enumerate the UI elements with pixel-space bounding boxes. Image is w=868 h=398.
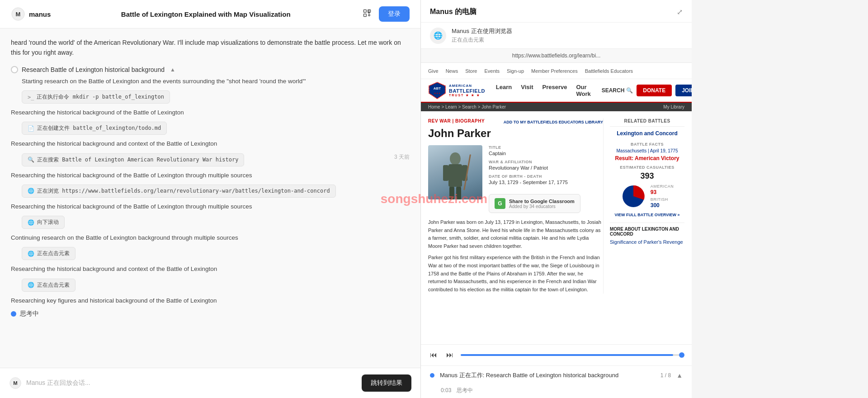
action-tag-3-text: 正在搜索 Battle of Lexington American Revolu…: [37, 156, 238, 164]
search-icon-text: 🔍: [626, 87, 633, 94]
expand-icon[interactable]: ⤢: [677, 8, 683, 16]
action-tag-2-text: 正在创建文件 battle_of_lexington/todo.md: [37, 124, 161, 132]
battle-facts-title: BATTLE FACTS: [610, 142, 684, 147]
nav-educators[interactable]: Battlefields Educators: [585, 68, 633, 74]
action-tag-6: 🌐 正在点击元素: [22, 247, 75, 260]
american-label: AMERICAN: [651, 184, 674, 189]
join-button[interactable]: JOIN: [675, 85, 692, 96]
search-button[interactable]: SEARCH 🔍: [602, 87, 633, 94]
casualties-title: ESTIMATED CASUALTIES: [610, 165, 684, 170]
info-dates-label: DATE OF BIRTH - DEATH: [489, 174, 580, 179]
abt-nav-right: SEARCH 🔍 DONATE JOIN: [602, 85, 692, 96]
info-affiliation-row: WAR & AFFILIATION Revolutionary War / Pa…: [489, 160, 580, 171]
article-info-grid: TITLE Captain WAR & AFFILIATION Revoluti…: [489, 145, 580, 213]
action-tag-1-text: 正在执行命令 mkdir -p battle_of_lexington: [37, 93, 164, 101]
task-desc-8: Researching key figures and historical b…: [11, 296, 410, 305]
nav-news[interactable]: News: [446, 68, 458, 74]
login-button[interactable]: 登录: [379, 6, 410, 22]
url-bar[interactable]: https://www.battlefields.org/learn/bi...: [421, 49, 692, 63]
bio-paragraph-1: John Parker was born on July 13, 1729 in…: [428, 218, 603, 250]
skip-forward-button[interactable]: ⏭: [444, 349, 455, 361]
logo-area: M manus: [11, 7, 51, 21]
casualties-total: 393: [610, 171, 684, 181]
donate-button[interactable]: DONATE: [637, 85, 672, 96]
svg-rect-4: [364, 14, 367, 16]
info-affiliation-label: WAR & AFFILIATION: [489, 160, 580, 164]
logo-line3: TRUST ★ ★ ★: [449, 94, 485, 97]
nav-store[interactable]: Store: [465, 68, 477, 74]
nav-link-preserve[interactable]: Preserve: [542, 82, 567, 99]
action-tag-3: 🔍 正在搜索 Battle of Lexington American Revo…: [22, 153, 244, 166]
parkers-revenge-link[interactable]: Significance of Parker's Revenge: [610, 239, 684, 245]
svg-rect-12: [448, 164, 462, 187]
sub-status-time: 0:03: [441, 387, 451, 393]
view-battle-overview-link[interactable]: VIEW FULL BATTLE OVERVIEW »: [610, 213, 684, 217]
task-desc-4: Researching the historical background of…: [11, 171, 410, 180]
info-title-row: TITLE Captain: [489, 145, 580, 156]
bottom-bar: M Manus 正在回放会话... 跳转到结果: [0, 368, 420, 398]
abt-main-nav-links: Learn Visit Preserve Our Work: [496, 82, 591, 99]
action-tag-7: 🌐 正在点击元素: [22, 279, 75, 292]
task-content-area: heard 'round the world' of the American …: [0, 28, 420, 368]
action-tag-6-text: 正在点击元素: [37, 250, 70, 257]
add-library-link[interactable]: ADD TO MY BATTLEFIELDS EDUCATORS LIBRARY: [504, 120, 603, 124]
share-icon-button[interactable]: [361, 7, 373, 22]
article-title: John Parker: [428, 127, 603, 140]
intro-text: heard 'round the world' of the American …: [11, 38, 410, 58]
task-header: Research Battle of Lexington historical …: [11, 66, 410, 73]
nav-events[interactable]: Events: [484, 68, 500, 74]
info-title-value: Captain: [489, 151, 580, 156]
thinking-dot: [11, 311, 16, 317]
status-chevron-icon[interactable]: ▲: [676, 372, 683, 379]
legend-british: BRITISH 300: [651, 197, 674, 208]
abt-logo-text-block: AMERICAN BATTLEFIELD TRUST ★ ★ ★: [449, 84, 485, 97]
task-section: Research Battle of Lexington historical …: [11, 66, 410, 318]
more-about-title: MORE ABOUT LEXINGTON AND CONCORD: [610, 223, 684, 237]
info-title-label: TITLE: [489, 145, 580, 150]
task-radio: [11, 66, 18, 73]
article-content: REV WAR | BIOGRAPHY ADD TO MY BATTLEFIEL…: [421, 111, 692, 301]
battle-location: Massachusetts | April 19, 1775: [610, 148, 684, 153]
website-content: Give News Store Events Sign-up Member Pr…: [421, 63, 692, 344]
skip-back-button[interactable]: ⏮: [428, 349, 439, 361]
nav-member-prefs[interactable]: Member Preferences: [531, 68, 578, 74]
article-sidebar: RELATED BATTLES Lexington and Concord BA…: [603, 118, 684, 294]
nav-signup[interactable]: Sign-up: [507, 68, 524, 74]
task-desc-2: Researching the historical background of…: [11, 108, 410, 117]
info-dates-value: July 13, 1729 - September 17, 1775: [489, 180, 580, 185]
google-icon: G: [495, 198, 505, 209]
nav-link-our-work[interactable]: Our Work: [576, 82, 590, 99]
status-dot: [430, 373, 434, 378]
task-chevron-icon[interactable]: ▲: [170, 66, 175, 73]
task-desc-1: Starting research on the Battle of Lexin…: [22, 77, 410, 86]
playback-controls: ⏮ ⏭: [421, 344, 692, 365]
lexington-concord-link[interactable]: Lexington and Concord: [610, 130, 684, 137]
progress-fill: [461, 354, 673, 356]
status-footer: Manus 正在工作: Research Battle of Lexington…: [421, 365, 692, 385]
my-library-link[interactable]: My Library: [663, 104, 684, 109]
battle-result: Result: American Victory: [610, 155, 684, 161]
action-tag-4: 🌐 正在浏览 https://www.battlefields.org/lear…: [22, 185, 336, 198]
british-value: 300: [651, 202, 674, 208]
sub-status-text: 思考中: [457, 387, 473, 393]
chat-input-placeholder[interactable]: Manus 正在回放会话...: [26, 379, 90, 387]
info-affiliation-value: Revolutionary War / Patriot: [489, 165, 580, 171]
playback-progress-bar[interactable]: [461, 354, 684, 356]
right-panel: Manus 的电脑 ⤢ 🌐 Manus 正在使用浏览器 正在点击元素 https…: [420, 0, 692, 398]
nav-give[interactable]: Give: [428, 68, 439, 74]
jump-to-result-button[interactable]: 跳转到结果: [362, 374, 411, 392]
nav-link-visit[interactable]: Visit: [521, 82, 533, 99]
browser-icon: 🌐: [430, 28, 446, 44]
brand-name: manus: [29, 10, 51, 18]
svg-rect-2: [364, 9, 367, 12]
thinking-text: 思考中: [20, 310, 39, 318]
classroom-title: Share to Google Classroom: [509, 199, 575, 204]
page-title: Battle of Lexington Explained with Map V…: [51, 10, 361, 18]
task-desc-6: Continuing research on the Battle of Lex…: [11, 233, 410, 242]
task-timestamp: 3 天前: [394, 153, 410, 161]
status-text-col: Manus 正在使用浏览器 正在点击元素: [452, 27, 512, 44]
google-classroom-widget[interactable]: G Share to Google Classroom Added by 34 …: [489, 194, 580, 213]
nav-link-learn[interactable]: Learn: [496, 82, 512, 99]
svg-rect-13: [443, 165, 448, 181]
action-tag-5: 🌐 向下滚动: [22, 216, 65, 229]
